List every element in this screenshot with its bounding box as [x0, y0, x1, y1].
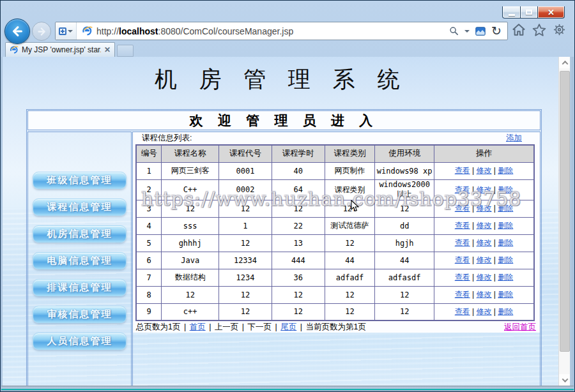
table-cell: sss [162, 217, 219, 234]
scroll-up-button[interactable] [559, 57, 571, 68]
window-frame-left [1, 57, 3, 387]
address-bar[interactable]: http://localhost:8080/ComCol/courseManag… [55, 22, 508, 40]
sidebar-item-1[interactable]: 班级信息管理 [33, 172, 126, 189]
settings-gear-icon[interactable] [553, 23, 566, 36]
close-icon: ✕ [548, 8, 555, 17]
url-path: :8080/ComCol/courseManager.jsp [158, 26, 294, 36]
delete-link[interactable]: 删除 [498, 290, 513, 299]
edit-link[interactable]: 修改 [477, 307, 492, 316]
tab-owner-jsp[interactable]: My JSP 'owner.jsp' star... ✕ [5, 42, 115, 57]
table-cell: 1234 [219, 269, 272, 286]
view-link[interactable]: 查看 [455, 238, 470, 247]
column-header: 课程类别 [325, 145, 374, 162]
edit-link[interactable]: 修改 [477, 204, 492, 213]
close-button[interactable]: ✕ [538, 6, 565, 19]
pagination-text: 下一页 [248, 322, 272, 331]
view-link[interactable]: 查看 [455, 185, 470, 194]
delete-link[interactable]: 删除 [498, 307, 513, 316]
sidebar-item-6[interactable]: 审核信息管理 [33, 306, 126, 323]
delete-link[interactable]: 删除 [498, 204, 513, 213]
delete-link[interactable]: 删除 [498, 221, 513, 230]
url-text[interactable]: http://localhost:8080/ComCol/courseManag… [96, 26, 449, 36]
home-icon[interactable] [512, 23, 526, 36]
view-link[interactable]: 查看 [455, 273, 470, 282]
column-header: 编号 [136, 145, 162, 162]
sidebar-item-2[interactable]: 课程信息管理 [33, 199, 126, 216]
delete-link[interactable]: 删除 [498, 273, 513, 282]
back-home-link[interactable]: 返回首页 [504, 322, 536, 333]
list-title: 课程信息列表: [142, 133, 192, 144]
table-row: 81212121212查看 | 修改 | 删除 [136, 286, 534, 303]
column-header: 使用环境 [375, 145, 434, 162]
edit-link[interactable]: 修改 [477, 290, 492, 299]
url-protocol: http:// [96, 26, 119, 36]
table-cell: 12 [272, 286, 325, 303]
title-bar[interactable]: ✕ [1, 1, 574, 20]
view-link[interactable]: 查看 [455, 255, 470, 264]
table-cell: 网页三剑客 [162, 162, 219, 179]
delete-link[interactable]: 删除 [498, 185, 513, 194]
scroll-down-button[interactable] [559, 374, 571, 386]
pagination-items: 总页数为1页 | 首页 | 上一页 | 下一页 | 尾页 | 当前页数为第1页 [135, 322, 367, 333]
search-dropdown-icon[interactable] [464, 30, 470, 33]
edit-link[interactable]: 修改 [477, 255, 492, 264]
table-cell: c++ [162, 303, 219, 320]
table-row: 7数据结构123436adfadfadfasdf查看 | 修改 | 删除 [136, 269, 534, 286]
refresh-icon[interactable]: ↻ [491, 25, 502, 37]
compatibility-view-icon[interactable] [475, 27, 486, 36]
view-link[interactable]: 查看 [455, 221, 470, 230]
window-frame-bottom [1, 386, 574, 391]
view-link[interactable]: 查看 [455, 204, 470, 213]
favorites-star-icon[interactable] [532, 23, 546, 36]
table-cell: 12 [325, 234, 374, 252]
forward-button[interactable] [32, 22, 51, 41]
table-cell: 12 [325, 286, 374, 303]
sidebar-item-4[interactable]: 电脑信息管理 [33, 252, 126, 269]
add-link[interactable]: 添加 [506, 133, 522, 144]
chevron-up-icon [562, 60, 568, 66]
quick-tabs-button[interactable] [56, 22, 77, 40]
pagination-link[interactable]: 首页 [190, 322, 206, 331]
separator: | [470, 238, 477, 247]
separator: | [492, 255, 498, 264]
pagination-link[interactable]: 尾页 [280, 322, 296, 331]
vertical-scrollbar[interactable] [558, 57, 570, 387]
chevron-down-icon [68, 30, 73, 33]
table-cell: 44 [325, 252, 374, 269]
tab-favicon [10, 45, 19, 54]
sidebar-item-3[interactable]: 机房信息管理 [33, 225, 126, 243]
table-cell: 12 [162, 200, 219, 217]
sidebar-item-5[interactable]: 排课信息管理 [33, 279, 126, 296]
table-cell: 44 [375, 252, 434, 269]
view-link[interactable]: 查看 [455, 307, 470, 316]
separator: | [240, 322, 246, 331]
table-cell: 12 [375, 303, 434, 320]
edit-link[interactable]: 修改 [477, 221, 492, 230]
search-icon[interactable] [449, 26, 459, 36]
edit-link[interactable]: 修改 [477, 273, 492, 282]
separator: | [492, 238, 498, 247]
tab-close-icon[interactable]: ✕ [104, 46, 111, 54]
table-cell: 9 [136, 303, 162, 320]
new-tab-button[interactable] [117, 45, 134, 57]
delete-link[interactable]: 删除 [498, 255, 513, 264]
delete-link[interactable]: 删除 [498, 238, 513, 247]
table-cell: ghhhj [162, 234, 219, 252]
delete-link[interactable]: 删除 [498, 166, 513, 175]
table-cell: 12f [325, 200, 374, 217]
view-link[interactable]: 查看 [455, 290, 470, 299]
table-cell: adfasdf [375, 269, 434, 286]
sidebar-item-7[interactable]: 人员信息管理 [33, 333, 126, 350]
table-cell: 12 [325, 303, 374, 320]
edit-link[interactable]: 修改 [477, 185, 492, 194]
view-link[interactable]: 查看 [455, 166, 470, 175]
minimize-button[interactable] [502, 6, 521, 19]
edit-link[interactable]: 修改 [477, 238, 492, 247]
maximize-button[interactable] [521, 6, 538, 19]
table-cell: 4 [136, 217, 162, 234]
edit-link[interactable]: 修改 [477, 166, 492, 175]
scrollbar-thumb[interactable] [560, 71, 570, 352]
back-button[interactable] [4, 19, 30, 44]
page-viewport: 机 房 管 理 系 统 欢 迎 管 理 员 进 入 班级信息管理课程信息管理机房… [3, 57, 560, 387]
actions-cell: 查看 | 修改 | 删除 [434, 269, 534, 286]
